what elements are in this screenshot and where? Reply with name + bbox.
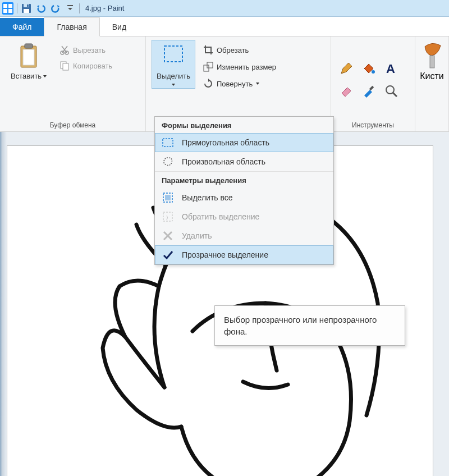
select-button[interactable]: Выделить xyxy=(152,40,195,89)
svg-rect-25 xyxy=(163,139,173,147)
rotate-label: Повернуть xyxy=(217,80,253,88)
svg-rect-24 xyxy=(430,56,434,68)
undo-icon[interactable] xyxy=(35,3,47,14)
crop-button[interactable]: Обрезать xyxy=(201,43,278,57)
cut-label: Вырезать xyxy=(73,46,106,54)
color-picker-tool[interactable] xyxy=(359,81,378,100)
select-all-icon xyxy=(162,191,174,204)
save-icon[interactable] xyxy=(21,3,32,14)
customize-qat-icon[interactable] xyxy=(65,3,76,14)
svg-rect-7 xyxy=(24,9,29,13)
svg-rect-28 xyxy=(163,212,172,221)
window-title: 4.jpg - Paint xyxy=(85,4,124,12)
select-dropdown: Формы выделения Прямоугольная область Пр… xyxy=(154,116,334,265)
paste-label: Вставить xyxy=(11,72,42,80)
invert-selection-icon xyxy=(162,210,174,223)
copy-label: Копировать xyxy=(73,62,112,70)
svg-text:A: A xyxy=(386,62,395,75)
chevron-down-icon xyxy=(256,83,259,85)
chevron-down-icon xyxy=(43,75,47,77)
paste-button[interactable]: Вставить xyxy=(6,40,52,83)
svg-rect-1 xyxy=(3,4,7,8)
svg-rect-11 xyxy=(23,49,34,65)
svg-rect-9 xyxy=(67,5,73,6)
invert-selection-label: Обратить выделение xyxy=(182,212,259,221)
window-menu-icon[interactable] xyxy=(2,3,13,14)
svg-rect-4 xyxy=(8,9,12,13)
crop-label: Обрезать xyxy=(217,46,249,54)
text-tool[interactable]: A xyxy=(382,59,401,78)
svg-point-23 xyxy=(386,86,394,94)
brushes-button[interactable]: Кисти xyxy=(421,40,443,84)
group-clipboard: Вставить Вырезать Копировать Буфер обмен… xyxy=(0,36,146,131)
redo-icon[interactable] xyxy=(50,3,61,14)
tooltip-text: Выбор прозрачного или непрозрачного фона… xyxy=(224,315,377,336)
svg-rect-3 xyxy=(3,9,7,13)
rectangle-select-icon xyxy=(162,136,174,149)
select-rectangular[interactable]: Прямоугольная область xyxy=(155,133,333,152)
transparent-selection-label: Прозрачное выделение xyxy=(182,250,268,259)
select-label: Выделить xyxy=(157,72,190,80)
resize-button[interactable]: Изменить размер xyxy=(201,60,278,74)
select-freeform-label: Произвольная область xyxy=(182,157,265,166)
tab-view[interactable]: Вид xyxy=(100,18,139,36)
freeform-select-icon xyxy=(162,155,174,168)
eraser-tool[interactable] xyxy=(337,81,356,100)
delete-selection-label: Удалить xyxy=(182,231,212,240)
pencil-tool[interactable] xyxy=(337,59,356,78)
chevron-down-icon xyxy=(172,84,175,86)
title-bar: 4.jpg - Paint xyxy=(0,0,449,17)
group-tools: A Инструменты xyxy=(331,36,415,131)
dropdown-header-options: Параметры выделения xyxy=(155,171,333,188)
dropdown-header-shapes: Формы выделения xyxy=(155,117,333,133)
quick-access-toolbar xyxy=(2,3,80,14)
group-brushes: Кисти xyxy=(415,36,449,131)
svg-rect-22 xyxy=(369,85,374,90)
tab-strip: Файл Главная Вид xyxy=(0,17,449,36)
fill-tool[interactable] xyxy=(359,59,378,78)
brushes-label: Кисти xyxy=(420,71,444,81)
tooltip: Выбор прозрачного или непрозрачного фона… xyxy=(214,305,405,346)
svg-rect-16 xyxy=(63,63,68,70)
group-tools-label: Инструменты xyxy=(337,119,409,130)
svg-rect-17 xyxy=(164,46,182,62)
resize-label: Изменить размер xyxy=(217,63,276,71)
select-all[interactable]: Выделить все xyxy=(155,188,333,207)
delete-selection: Удалить xyxy=(155,226,333,245)
svg-point-20 xyxy=(372,70,375,74)
transparent-selection[interactable]: Прозрачное выделение xyxy=(155,245,333,264)
delete-icon xyxy=(162,230,174,242)
svg-rect-12 xyxy=(25,44,33,48)
select-freeform[interactable]: Произвольная область xyxy=(155,152,333,171)
svg-rect-27 xyxy=(165,195,171,200)
tab-home[interactable]: Главная xyxy=(44,17,99,36)
select-rectangular-label: Прямоугольная область xyxy=(182,138,269,147)
tab-file[interactable]: Файл xyxy=(0,18,44,36)
copy-button[interactable]: Копировать xyxy=(57,59,114,72)
svg-rect-8 xyxy=(27,4,29,7)
invert-selection: Обратить выделение xyxy=(155,207,333,226)
rotate-button[interactable]: Повернуть xyxy=(201,77,278,90)
magnifier-tool[interactable] xyxy=(382,81,401,100)
cut-button[interactable]: Вырезать xyxy=(57,43,114,57)
checkmark-icon xyxy=(162,249,174,261)
select-all-label: Выделить все xyxy=(182,193,233,202)
svg-rect-2 xyxy=(8,4,12,8)
group-clipboard-label: Буфер обмена xyxy=(6,119,140,130)
